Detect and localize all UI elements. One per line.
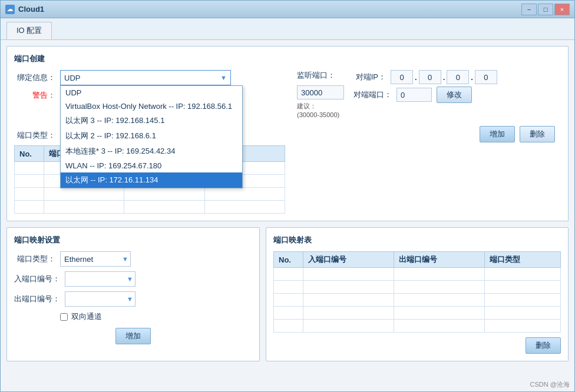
bidirectional-checkbox[interactable] bbox=[60, 313, 68, 321]
col-no: No. bbox=[15, 146, 44, 162]
ip-dot-3: . bbox=[471, 73, 473, 82]
in-port-select-wrapper: ▼ bbox=[65, 271, 136, 287]
bidirectional-label: 双向通道 bbox=[71, 311, 102, 322]
right-form-inner: 监听端口： 建议： (30000-35000) bbox=[297, 70, 561, 120]
table-row bbox=[15, 188, 285, 201]
in-port-select[interactable] bbox=[65, 271, 136, 287]
table-row bbox=[15, 201, 285, 214]
mapping-table-row bbox=[274, 294, 561, 307]
mapping-table-header-row: No. 入端口编号 出端口编号 端口类型 bbox=[274, 252, 561, 268]
device-add-button[interactable]: 增加 bbox=[115, 328, 151, 344]
dropdown-item-wlan[interactable]: WLAN -- IP: 169.254.67.180 bbox=[61, 159, 242, 172]
port-type-label: 端口类型： bbox=[14, 130, 55, 141]
device-add-btn-row: 增加 bbox=[14, 328, 252, 344]
peer-port-input[interactable] bbox=[396, 88, 432, 102]
bind-info-row: 绑定信息： UDP ▼ UDP VirtualBox Host-Only Net… bbox=[14, 70, 285, 85]
listen-port-label: 监听端口： bbox=[297, 70, 335, 81]
mapping-delete-button[interactable]: 删除 bbox=[526, 337, 561, 354]
protocol-dropdown-list: UDP VirtualBox Host-Only Network -- IP: … bbox=[60, 85, 243, 188]
port-mapping-device-panel: 端口映射设置 端口类型： Ethernet Serial ▼ 入端口编号： bbox=[6, 227, 260, 361]
main-window: ☁ Cloud1 − □ × IO 配置 端口创建 绑定信息： bbox=[0, 0, 575, 392]
in-port-label: 入端口编号： bbox=[14, 274, 60, 284]
dropdown-item-vbox[interactable]: VirtualBox Host-Only Network -- IP: 192.… bbox=[61, 99, 242, 113]
port-creation-title: 端口创建 bbox=[14, 54, 561, 64]
peer-port-label: 对端端口： bbox=[353, 89, 392, 100]
device-port-type-label: 端口类型： bbox=[14, 254, 55, 264]
bidirectional-row: 双向通道 bbox=[60, 311, 252, 322]
tab-io-config[interactable]: IO 配置 bbox=[6, 22, 52, 39]
port-mapping-table-title: 端口映射表 bbox=[273, 235, 561, 245]
modify-button[interactable]: 修改 bbox=[437, 87, 472, 103]
peer-ip-row: 对端IP： . . . bbox=[353, 70, 497, 84]
window-controls: − □ × bbox=[521, 4, 570, 15]
out-port-row: 出端口编号： ▼ bbox=[14, 291, 252, 307]
app-icon: ☁ bbox=[5, 5, 15, 14]
mapping-table-row bbox=[274, 268, 561, 281]
map-col-out-port: 出端口编号 bbox=[394, 252, 484, 268]
port-mapping-table-panel: 端口映射表 No. 入端口编号 出端口编号 端口类型 bbox=[266, 227, 569, 361]
bind-info-label: 绑定信息： bbox=[14, 72, 55, 83]
ip-input-group: . . . bbox=[391, 70, 497, 84]
port-hint: 建议： (30000-35000) bbox=[297, 102, 344, 120]
listen-port-input-wrap bbox=[297, 85, 344, 99]
warning-label: 警告： bbox=[14, 90, 55, 101]
device-port-type-select-wrapper: Ethernet Serial ▼ bbox=[60, 251, 131, 267]
footer-watermark: CSDN @沧海 bbox=[530, 380, 570, 389]
mapping-table-row bbox=[274, 307, 561, 320]
out-port-select-wrapper: ▼ bbox=[65, 291, 136, 307]
map-col-no: No. bbox=[274, 252, 303, 268]
listen-port-row: 监听端口： bbox=[297, 70, 344, 81]
mapping-table-row bbox=[274, 320, 561, 333]
top-panel-content: 绑定信息： UDP ▼ UDP VirtualBox Host-Only Net… bbox=[14, 70, 561, 214]
add-port-button[interactable]: 增加 bbox=[480, 126, 515, 142]
title-bar: ☁ Cloud1 − □ × bbox=[1, 1, 574, 18]
in-port-row: 入端口编号： ▼ bbox=[14, 271, 252, 287]
dropdown-item-eth3[interactable]: 以太网 3 -- IP: 192.168.145.1 bbox=[61, 113, 242, 128]
out-port-label: 出端口编号： bbox=[14, 294, 60, 304]
ip-field-4[interactable] bbox=[475, 70, 497, 84]
close-button[interactable]: × bbox=[554, 4, 570, 15]
ip-field-1[interactable] bbox=[391, 70, 413, 84]
action-buttons: 增加 删除 bbox=[297, 126, 561, 142]
peer-col: 对端IP： . . . bbox=[353, 70, 497, 108]
right-form: 监听端口： 建议： (30000-35000) bbox=[297, 70, 561, 214]
ip-dot-1: . bbox=[415, 73, 417, 82]
title-bar-left: ☁ Cloud1 bbox=[5, 5, 44, 14]
maximize-button[interactable]: □ bbox=[538, 4, 553, 15]
mapping-table-row bbox=[274, 281, 561, 294]
peer-ip-label: 对端IP： bbox=[353, 72, 386, 82]
ip-dot-2: . bbox=[443, 73, 445, 82]
device-port-type-select[interactable]: Ethernet Serial bbox=[60, 251, 131, 267]
port-creation-panel: 端口创建 绑定信息： UDP ▼ UDP bbox=[6, 46, 569, 221]
listen-port-input[interactable] bbox=[297, 85, 344, 99]
bottom-section: 端口映射设置 端口类型： Ethernet Serial ▼ 入端口编号： bbox=[6, 227, 569, 361]
map-col-port-type: 端口类型 bbox=[484, 252, 560, 268]
dropdown-item-eth2[interactable]: 以太网 2 -- IP: 192.168.6.1 bbox=[61, 128, 242, 144]
map-col-in-port: 入端口编号 bbox=[303, 252, 394, 268]
listen-port-col: 监听端口： 建议： (30000-35000) bbox=[297, 70, 344, 120]
window-title: Cloud1 bbox=[18, 5, 44, 14]
dropdown-item-eth-main[interactable]: 以太网 -- IP: 172.16.11.134 bbox=[61, 172, 242, 188]
peer-port-row: 对端端口： 修改 bbox=[353, 87, 497, 103]
dropdown-arrow-icon: ▼ bbox=[220, 74, 227, 81]
ip-field-2[interactable] bbox=[419, 70, 441, 84]
port-mapping-device-title: 端口映射设置 bbox=[14, 235, 252, 245]
dropdown-item-udp[interactable]: UDP bbox=[61, 86, 242, 99]
mapping-delete-row: 删除 bbox=[273, 337, 561, 354]
protocol-select-wrapper: UDP ▼ UDP VirtualBox Host-Only Network -… bbox=[60, 70, 231, 85]
left-form: 绑定信息： UDP ▼ UDP VirtualBox Host-Only Net… bbox=[14, 70, 285, 214]
device-port-type-row: 端口类型： Ethernet Serial ▼ bbox=[14, 251, 252, 267]
dropdown-item-local3[interactable]: 本地连接* 3 -- IP: 169.254.42.34 bbox=[61, 144, 242, 159]
main-content: 端口创建 绑定信息： UDP ▼ UDP bbox=[1, 40, 574, 391]
ip-field-3[interactable] bbox=[447, 70, 469, 84]
tab-bar: IO 配置 bbox=[1, 18, 574, 40]
delete-port-button[interactable]: 删除 bbox=[520, 126, 555, 142]
port-mapping-table: No. 入端口编号 出端口编号 端口类型 bbox=[273, 251, 561, 333]
out-port-select[interactable] bbox=[65, 291, 136, 307]
minimize-button[interactable]: − bbox=[521, 4, 537, 15]
protocol-dropdown-trigger[interactable]: UDP ▼ bbox=[60, 70, 231, 85]
